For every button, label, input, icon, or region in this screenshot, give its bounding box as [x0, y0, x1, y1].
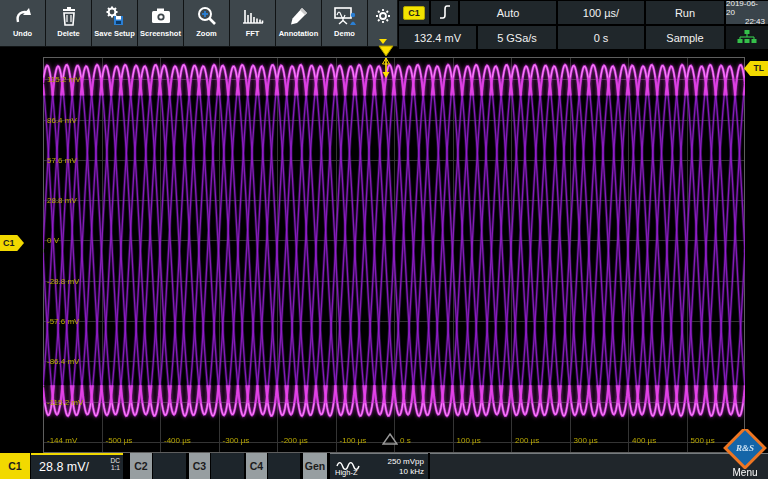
gear-icon — [375, 3, 391, 29]
acquisition-mode-value: Sample — [666, 32, 703, 44]
channel-4-settings-panel[interactable] — [268, 453, 300, 479]
tab-channel-1[interactable]: C1 — [0, 453, 30, 479]
zoom-button[interactable]: Zoom — [184, 0, 229, 46]
zoom-label: Zoom — [196, 29, 216, 39]
menu-label: Menu — [722, 467, 768, 478]
network-status-cell — [726, 26, 768, 49]
generator-settings-panel[interactable]: High-Z 250 mVpp 10 kHz — [330, 453, 428, 479]
annotation-button[interactable]: Annotation — [276, 0, 321, 46]
spectrum-icon — [241, 3, 265, 29]
channel-3-settings-panel[interactable] — [211, 453, 244, 479]
generator-amplitude: 250 mVpp — [388, 457, 424, 466]
screenshot-button[interactable]: Screenshot — [138, 0, 183, 46]
trigger-position-marker[interactable] — [377, 44, 395, 84]
magnifier-plus-icon — [196, 3, 218, 29]
toolbar: Undo Delete Save Setup Screenshot — [0, 0, 398, 47]
channel-1-scale: 28.8 mV/ — [39, 460, 89, 474]
waveform-display[interactable]: 115.2 mV86.4 mV57.6 mV28.8 mV0 V-28.8 mV… — [43, 57, 745, 453]
fft-label: FFT — [246, 29, 260, 39]
demo-label: Demo — [334, 29, 355, 39]
gear-save-icon — [104, 3, 126, 29]
undo-icon — [12, 3, 34, 29]
time-value: 22:43 — [745, 17, 765, 24]
undo-label: Undo — [13, 29, 32, 39]
svg-text:R&S: R&S — [735, 443, 754, 453]
save-setup-button[interactable]: Save Setup — [92, 0, 137, 46]
delete-label: Delete — [57, 29, 80, 39]
demo-button[interactable]: Demo — [322, 0, 367, 46]
pencil-icon — [288, 3, 310, 29]
horizontal-position-cell[interactable]: 0 s — [558, 26, 644, 49]
save-setup-label: Save Setup — [94, 29, 134, 39]
sample-rate-value: 5 GSa/s — [497, 32, 537, 44]
delete-button[interactable]: Delete — [46, 0, 91, 46]
datetime-display: 2019-06-20 22:43 — [726, 1, 768, 24]
trigger-level-marker[interactable]: TL — [744, 61, 768, 76]
trigger-mode-value: Auto — [497, 7, 520, 19]
presentation-icon — [333, 3, 357, 29]
trigger-mode-cell[interactable]: Auto — [460, 1, 556, 24]
channel-position-marker[interactable]: C1 — [0, 235, 24, 251]
toolbar-settings-button[interactable] — [368, 0, 397, 46]
trigger-level-value: 132.4 mV — [414, 32, 461, 44]
waveform-trace — [43, 57, 745, 453]
fft-button[interactable]: FFT — [230, 0, 275, 46]
generator-impedance: High-Z — [335, 468, 358, 477]
trigger-level-cell[interactable]: 132.4 mV — [399, 26, 476, 49]
channel-2-settings-panel[interactable] — [153, 453, 186, 479]
trash-icon — [59, 3, 79, 29]
date-value: 2019-06-20 — [726, 1, 765, 17]
timebase-value: 100 µs/ — [583, 7, 619, 19]
sample-rate-cell[interactable]: 5 GSa/s — [478, 26, 556, 49]
camera-icon — [150, 3, 172, 29]
tab-generator[interactable]: Gen — [303, 453, 327, 479]
tab-channel-3[interactable]: C3 — [189, 453, 210, 479]
screenshot-label: Screenshot — [140, 29, 181, 39]
trigger-time-marker[interactable] — [382, 431, 398, 449]
acquisition-mode-cell[interactable]: Sample — [646, 26, 724, 49]
rs-logo: R&S — [722, 429, 768, 469]
oscilloscope-screen: Undo Delete Save Setup Screenshot — [0, 0, 768, 479]
undo-button[interactable]: Undo — [0, 0, 45, 46]
trigger-slope-cell[interactable] — [431, 1, 458, 24]
tab-channel-2[interactable]: C2 — [130, 453, 152, 479]
tab-channel-4[interactable]: C4 — [246, 453, 267, 479]
channel-badge: C1 — [403, 6, 425, 20]
bottom-bar-spacer — [430, 453, 768, 479]
menu-button[interactable]: R&S Menu — [722, 429, 768, 479]
trigger-source-cell[interactable]: C1 — [399, 1, 429, 24]
lan-icon — [737, 29, 757, 47]
timebase-cell[interactable]: 100 µs/ — [558, 1, 644, 24]
horizontal-position-value: 0 s — [594, 32, 609, 44]
generator-frequency: 10 kHz — [399, 467, 424, 476]
acquisition-state-value: Run — [675, 7, 695, 19]
rising-edge-icon — [438, 4, 452, 22]
annotation-label: Annotation — [279, 29, 319, 39]
channel-1-settings-panel[interactable]: 28.8 mV/ DC 1:1 — [31, 453, 123, 479]
channel-1-coupling: DC 1:1 — [111, 457, 120, 471]
acquisition-state-cell[interactable]: Run — [646, 1, 724, 24]
